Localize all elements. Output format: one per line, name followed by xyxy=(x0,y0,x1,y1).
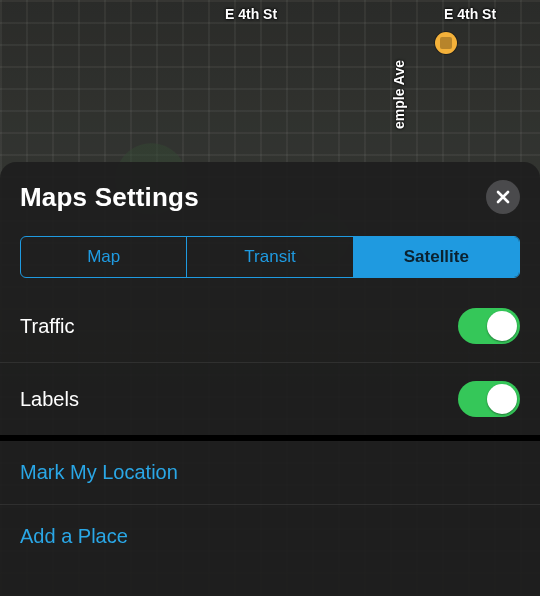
maps-settings-sheet: Maps Settings Map Transit Satellite Traf… xyxy=(0,162,540,596)
road-label: E 4th St xyxy=(444,6,496,22)
close-icon xyxy=(495,189,511,205)
labels-toggle[interactable] xyxy=(458,381,520,417)
road-label: E 4th St xyxy=(225,6,277,22)
labels-label: Labels xyxy=(20,388,79,411)
segment-transit[interactable]: Transit xyxy=(187,237,353,277)
labels-row: Labels xyxy=(0,363,540,435)
view-mode-segmented-control: Map Transit Satellite xyxy=(20,236,520,278)
poi-marker-icon[interactable] xyxy=(435,32,457,54)
segment-map[interactable]: Map xyxy=(21,237,187,277)
sheet-title: Maps Settings xyxy=(20,182,199,213)
add-a-place-label: Add a Place xyxy=(20,525,128,548)
traffic-row: Traffic xyxy=(0,290,540,363)
add-a-place-button[interactable]: Add a Place xyxy=(0,505,540,568)
mark-my-location-button[interactable]: Mark My Location xyxy=(0,441,540,505)
traffic-label: Traffic xyxy=(20,315,74,338)
road-label-vertical: emple Ave xyxy=(391,60,407,129)
traffic-toggle[interactable] xyxy=(458,308,520,344)
mark-my-location-label: Mark My Location xyxy=(20,461,178,484)
segment-satellite[interactable]: Satellite xyxy=(354,237,519,277)
close-button[interactable] xyxy=(486,180,520,214)
